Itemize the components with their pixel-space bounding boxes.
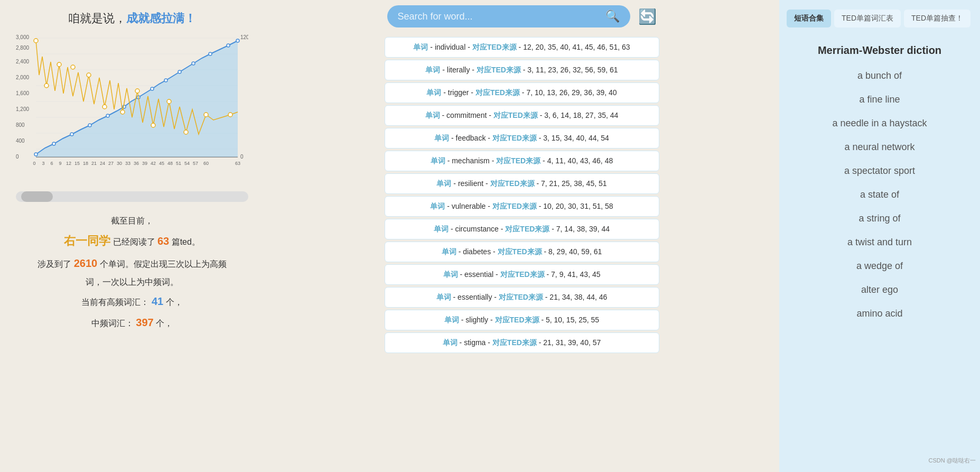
phrase-item[interactable]: a string of — [785, 208, 975, 229]
right-panel: 短语合集TED单篇词汇表TED单篇抽查！ Merriam-Webster dic… — [779, 0, 980, 472]
phrase-item[interactable]: amino acid — [785, 303, 975, 325]
phrase-item[interactable]: a twist and turn — [785, 232, 975, 253]
csdn-watermark: CSDN @哒哒右一 — [779, 455, 980, 467]
phrase-item[interactable]: a needle in a haystack — [785, 113, 975, 134]
svg-text:33: 33 — [125, 161, 130, 166]
search-bar-wrapper: 🔍 🔄 — [387, 5, 657, 27]
stats-read-line: 右一同学 已经阅读了 63 篇ted。 — [32, 229, 232, 253]
svg-point-34 — [236, 39, 239, 42]
refresh-button[interactable]: 🔄 — [638, 8, 657, 25]
svg-point-36 — [44, 84, 49, 88]
svg-point-44 — [167, 99, 171, 104]
page-title: 咱就是说，成就感拉满！ — [68, 11, 196, 26]
svg-text:51: 51 — [176, 161, 181, 166]
right-tabs: 短语合集TED单篇词汇表TED单篇抽查！ — [779, 5, 980, 32]
svg-text:3: 3 — [42, 161, 44, 166]
svg-point-38 — [71, 65, 75, 69]
svg-text:15: 15 — [74, 161, 80, 166]
svg-marker-20 — [36, 41, 238, 157]
svg-point-43 — [151, 123, 155, 127]
search-bar[interactable]: 🔍 — [387, 5, 630, 27]
phrase-item[interactable]: alter ego — [785, 279, 975, 301]
stats-mid-freq: 中频词汇： 397 个， — [32, 312, 232, 333]
word-item[interactable]: 单词 - feedback - 对应TED来源 - 3, 15, 34, 40,… — [385, 128, 659, 149]
svg-point-22 — [52, 142, 55, 145]
tab-button[interactable]: TED单篇词汇表 — [834, 10, 901, 27]
tab-button[interactable]: TED单篇抽查！ — [904, 10, 970, 27]
svg-text:57: 57 — [193, 161, 198, 166]
word-item[interactable]: 单词 - trigger - 对应TED来源 - 7, 10, 13, 26, … — [385, 82, 659, 103]
svg-point-47 — [228, 113, 232, 117]
stats-label1: 截至目前， — [32, 212, 232, 229]
word-item[interactable]: 单词 - commitment - 对应TED来源 - 3, 6, 14, 18… — [385, 105, 659, 126]
svg-text:21: 21 — [91, 161, 97, 166]
word-item[interactable]: 单词 - mechanism - 对应TED来源 - 4, 11, 40, 43… — [385, 151, 659, 171]
svg-text:54: 54 — [184, 161, 190, 166]
svg-text:1,200: 1,200 — [16, 106, 29, 112]
svg-text:0: 0 — [33, 161, 35, 166]
svg-point-31 — [192, 62, 195, 65]
word-item[interactable]: 单词 - diabetes - 对应TED来源 - 8, 29, 40, 59,… — [385, 242, 659, 262]
svg-text:63: 63 — [235, 161, 240, 166]
svg-point-39 — [87, 73, 91, 77]
svg-point-24 — [88, 124, 91, 127]
search-input[interactable] — [398, 11, 600, 22]
svg-text:2,400: 2,400 — [16, 59, 29, 64]
svg-point-45 — [184, 130, 188, 134]
svg-text:18: 18 — [83, 161, 88, 166]
svg-text:24: 24 — [100, 161, 105, 166]
phrase-item[interactable]: a bunch of — [785, 65, 975, 87]
svg-point-40 — [102, 105, 107, 109]
phrase-list: Merriam-Webster dictiona bunch ofa fine … — [779, 36, 980, 327]
svg-point-42 — [135, 89, 139, 93]
left-panel: 咱就是说，成就感拉满！ 3,000 2,800 2,400 2,000 1,60… — [0, 0, 264, 472]
svg-text:2,000: 2,000 — [16, 75, 29, 80]
svg-text:3,000: 3,000 — [16, 34, 29, 40]
word-item[interactable]: 单词 - slightly - 对应TED来源 - 5, 10, 15, 25,… — [385, 310, 659, 330]
svg-text:27: 27 — [108, 161, 114, 166]
phrase-item[interactable]: a wedge of — [785, 255, 975, 277]
stats-chart: 3,000 2,800 2,400 2,000 1,600 1,200 800 … — [16, 33, 248, 175]
svg-point-25 — [106, 114, 109, 117]
svg-text:42: 42 — [151, 161, 156, 166]
svg-text:48: 48 — [167, 161, 173, 166]
phrase-item[interactable]: a spectator sport — [785, 160, 975, 182]
stats-block: 截至目前， 右一同学 已经阅读了 63 篇ted。 涉及到了 2610 个单词。… — [32, 212, 232, 333]
phrase-item[interactable]: a neural network — [785, 136, 975, 158]
word-item[interactable]: 单词 - essentially - 对应TED来源 - 21, 34, 38,… — [385, 287, 659, 308]
word-item[interactable]: 单词 - circumstance - 对应TED来源 - 7, 14, 38,… — [385, 219, 659, 239]
word-item[interactable]: 单词 - stigma - 对应TED来源 - 21, 31, 39, 40, … — [385, 332, 659, 353]
phrase-item: Merriam-Webster diction — [785, 38, 975, 63]
svg-text:12: 12 — [66, 161, 71, 166]
svg-text:36: 36 — [134, 161, 139, 166]
svg-point-46 — [204, 113, 208, 117]
chart-scrollbar-thumb[interactable] — [21, 191, 53, 202]
word-item[interactable]: 单词 - essential - 对应TED来源 - 7, 9, 41, 43,… — [385, 264, 659, 285]
svg-point-30 — [178, 70, 181, 73]
word-item[interactable]: 单词 - resilient - 对应TED来源 - 7, 21, 25, 38… — [385, 173, 659, 194]
svg-point-29 — [164, 79, 167, 82]
svg-point-33 — [227, 44, 230, 47]
word-item[interactable]: 单词 - literally - 对应TED来源 - 3, 11, 23, 26… — [385, 60, 659, 80]
svg-text:400: 400 — [16, 138, 25, 144]
search-button[interactable]: 🔍 — [605, 10, 620, 23]
svg-point-41 — [120, 110, 125, 114]
svg-text:800: 800 — [16, 122, 25, 128]
chart-scrollbar[interactable] — [16, 191, 248, 202]
svg-text:60: 60 — [203, 161, 209, 166]
svg-point-28 — [151, 87, 154, 90]
word-list: 单词 - individual - 对应TED来源 - 12, 20, 35, … — [385, 37, 659, 353]
svg-text:9: 9 — [59, 161, 61, 166]
svg-text:120: 120 — [240, 34, 248, 40]
svg-point-35 — [34, 39, 38, 43]
svg-point-23 — [70, 133, 73, 136]
word-item[interactable]: 单词 - vulnerable - 对应TED来源 - 10, 20, 30, … — [385, 196, 659, 217]
phrase-item[interactable]: a fine line — [785, 89, 975, 110]
phrase-item[interactable]: a state of — [785, 184, 975, 206]
word-item[interactable]: 单词 - individual - 对应TED来源 - 12, 20, 35, … — [385, 37, 659, 58]
svg-point-21 — [34, 153, 38, 156]
svg-text:1,600: 1,600 — [16, 90, 29, 96]
center-panel: 🔍 🔄 单词 - individual - 对应TED来源 - 12, 20, … — [264, 0, 779, 472]
svg-point-37 — [57, 62, 61, 67]
tab-button[interactable]: 短语合集 — [787, 10, 831, 27]
